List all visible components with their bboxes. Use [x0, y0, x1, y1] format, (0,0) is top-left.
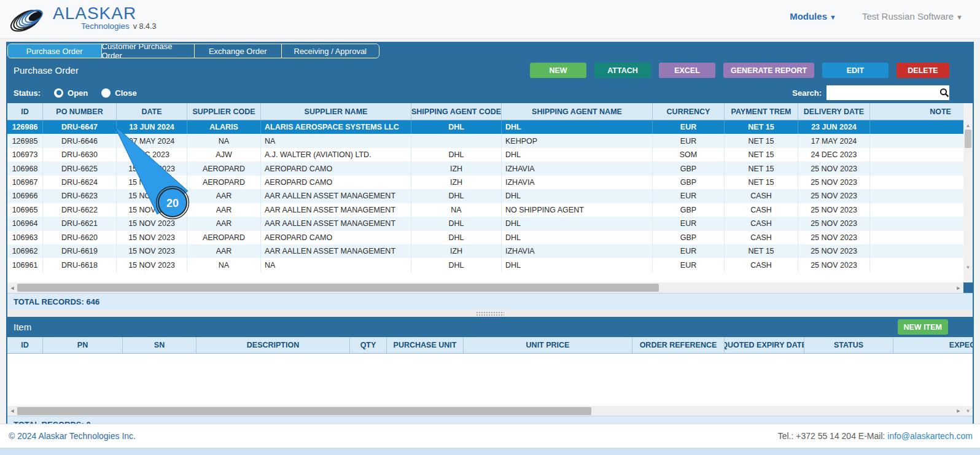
table-cell[interactable]: 17 MAY 2024 [798, 134, 870, 147]
table-cell[interactable]: DHL [502, 231, 653, 244]
table-cell[interactable]: EUR [653, 189, 725, 203]
table-cell[interactable]: DHL [411, 189, 502, 203]
column-header-shipping-agent-code[interactable]: SHIPPING AGENT CODE [411, 103, 502, 120]
table-cell[interactable]: EUR [653, 217, 725, 230]
radio-close[interactable]: Close [101, 88, 136, 98]
table-cell[interactable]: AAR AALLEN ASSET MANAGEMENT [261, 217, 411, 230]
table-cell[interactable]: NET 15 [725, 244, 798, 258]
column-header-date[interactable]: DATE [117, 103, 187, 120]
table-cell[interactable]: EUR [653, 134, 725, 147]
table-cell[interactable]: AAR [187, 244, 261, 258]
horizontal-scrollbar-po[interactable]: ◄ ► [7, 282, 963, 293]
table-row[interactable]: 106961DRU-661815 NOV 2023NANADHLDHLEURCA… [7, 258, 963, 271]
scroll-right-icon[interactable]: ► [954, 408, 963, 414]
table-cell[interactable]: 07 MAY 2024 [117, 134, 187, 147]
table-cell[interactable]: EUR [653, 258, 725, 271]
table-cell[interactable]: 25 NOV 2023 [798, 231, 870, 244]
tab-receiving-approval[interactable]: Receiving / Approval [282, 44, 379, 58]
table-cell[interactable]: DHL [502, 189, 653, 203]
hscroll-thumb[interactable] [17, 407, 591, 415]
table-row[interactable]: 126985DRU-664607 MAY 2024NANAKEHPOPEURNE… [7, 134, 963, 147]
table-cell[interactable]: DRU-6619 [43, 244, 117, 258]
column-header-payment-trem[interactable]: PAYMENT TREM [725, 103, 798, 120]
table-cell[interactable]: AJW [187, 148, 261, 161]
table-cell[interactable]: IZH [411, 176, 502, 189]
modules-dropdown[interactable]: Modules▼ [790, 11, 836, 21]
tab-purchase-order[interactable]: Purchase Order [8, 44, 102, 58]
column-header-supplier-code[interactable]: SUPPLIER CODE [187, 103, 261, 120]
table-cell[interactable]: CASH [725, 231, 798, 244]
new-button[interactable]: NEW [530, 63, 586, 78]
table-cell[interactable]: AEROPARD [187, 231, 261, 244]
table-cell[interactable]: 106963 [7, 231, 43, 244]
table-cell[interactable]: 106961 [7, 258, 43, 271]
edit-button[interactable]: EDIT [822, 63, 889, 78]
table-cell[interactable]: 15 NOV 2023 [117, 189, 187, 203]
table-row[interactable]: 106963DRU-662015 NOV 2023AEROPARDAEROPAR… [7, 231, 963, 244]
table-row[interactable]: 106967DRU-662415 NOV 2023AEROPARDAEROPAR… [7, 176, 963, 189]
table-row[interactable]: 126986DRU-664713 JUN 2024ALARISALARIS AE… [7, 120, 963, 134]
table-row[interactable]: 106964DRU-662115 NOV 2023AARAAR AALLEN A… [7, 217, 963, 230]
item-column-header-purchase-unit[interactable]: PURCHASE UNIT [387, 337, 464, 354]
table-cell[interactable]: DRU-6647 [43, 120, 117, 134]
table-cell[interactable]: CASH [725, 189, 798, 203]
table-cell[interactable]: 15 NOV 2023 [117, 161, 187, 175]
table-cell[interactable]: IZH [411, 244, 502, 258]
table-row[interactable]: 106966DRU-662315 NOV 2023AARAAR AALLEN A… [7, 189, 963, 203]
table-cell[interactable]: 13 JUN 2024 [117, 120, 187, 134]
table-cell[interactable]: 106966 [7, 189, 43, 203]
table-row[interactable]: 106962DRU-661915 NOV 2023AARAAR AALLEN A… [7, 244, 963, 258]
scroll-left-icon[interactable]: ◄ [7, 285, 17, 291]
column-header-supplier-name[interactable]: SUPPLIER NAME [261, 103, 411, 120]
table-cell[interactable]: 15 NOV 2023 [117, 217, 187, 230]
item-column-header-description[interactable]: DESCRIPTION [196, 337, 350, 354]
table-cell[interactable]: 126985 [7, 134, 43, 147]
table-cell[interactable] [870, 244, 963, 258]
scroll-right-icon[interactable]: ► [954, 285, 963, 291]
table-cell[interactable] [870, 189, 963, 203]
table-cell[interactable]: GBP [653, 176, 725, 189]
table-cell[interactable]: 25 NOV 2023 [798, 189, 870, 203]
table-cell[interactable] [870, 217, 963, 230]
table-cell[interactable]: SOM [653, 148, 725, 161]
tab-exchange-order[interactable]: Exchange Order [195, 44, 282, 58]
table-cell[interactable]: DRU-6618 [43, 258, 117, 271]
table-cell[interactable]: DRU-6623 [43, 189, 117, 203]
excel-button[interactable]: EXCEL [659, 63, 715, 78]
table-cell[interactable]: 25 NOV 2023 [798, 244, 870, 258]
table-cell[interactable]: 15 NOV 2023 [117, 203, 187, 217]
table-cell[interactable]: NA [411, 203, 502, 217]
table-cell[interactable]: DHL [502, 258, 653, 271]
table-cell[interactable]: NA [261, 258, 411, 271]
table-cell[interactable] [870, 176, 963, 189]
table-cell[interactable]: 15 NOV 2023 [117, 258, 187, 271]
item-column-header-id[interactable]: ID [7, 337, 43, 354]
table-row[interactable]: 106973DRU-6630DEC 2023AJWA.J. WALTER (AV… [7, 148, 963, 161]
table-cell[interactable]: AAR AALLEN ASSET MANAGEMENT [261, 244, 411, 258]
item-column-header-order-reference[interactable]: ORDER REFERENCE [632, 337, 725, 354]
section-splitter[interactable] [7, 309, 973, 317]
user-dropdown[interactable]: Test Russian Software▼ [862, 11, 963, 21]
table-cell[interactable]: CASH [725, 203, 798, 217]
table-cell[interactable]: AEROPARD CAMO [261, 231, 411, 244]
column-header-shipping-agent-name[interactable]: SHIPPING AGENT NAME [502, 103, 653, 120]
vscroll-thumb[interactable] [965, 130, 971, 148]
table-cell[interactable] [870, 231, 963, 244]
table-cell[interactable]: NA [187, 258, 261, 271]
table-cell[interactable]: IZHAVIA [502, 244, 653, 258]
radio-open[interactable]: Open [54, 88, 88, 98]
item-column-header-status[interactable]: STATUS [804, 337, 893, 354]
tab-customer-purchase-order[interactable]: Customer Purchase Order [102, 44, 195, 58]
table-cell[interactable]: AEROPARD CAMO [261, 176, 411, 189]
table-cell[interactable]: DHL [411, 120, 502, 134]
search-input[interactable] [826, 85, 939, 100]
vertical-scrollbar[interactable]: ▲ ▼ [963, 103, 973, 282]
table-cell[interactable]: KEHPOP [502, 134, 653, 147]
radio-open-control[interactable] [54, 88, 63, 98]
new-item-button[interactable]: NEW ITEM [898, 319, 949, 335]
table-cell[interactable]: DHL [502, 217, 653, 230]
table-cell[interactable]: IZHAVIA [502, 176, 653, 189]
table-cell[interactable]: ALARIS [187, 120, 261, 134]
table-cell[interactable]: 106962 [7, 244, 43, 258]
table-cell[interactable]: NET 15 [725, 134, 798, 147]
